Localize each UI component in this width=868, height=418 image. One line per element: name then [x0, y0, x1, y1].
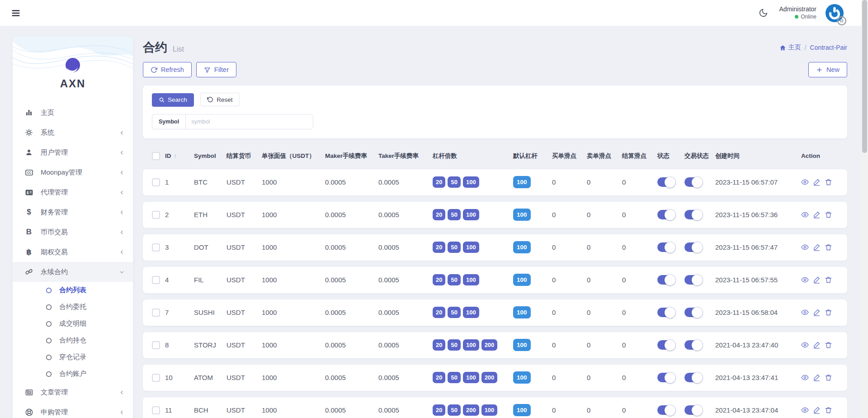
trade-status-toggle[interactable] — [684, 340, 701, 350]
sidebar-item-perpetual-contract[interactable]: 永续合约 — [13, 262, 133, 282]
sidebar: AXN 主页系统用户管理CCMoonpay管理代理管理$财务管理B币币交易฿期权… — [13, 37, 133, 418]
trade-status-toggle[interactable] — [684, 177, 701, 187]
leverage-badge: 50 — [448, 339, 460, 351]
row-checkbox[interactable] — [152, 341, 160, 349]
sidebar-item-spot-trade[interactable]: B币币交易 — [13, 222, 133, 242]
status-toggle[interactable] — [657, 210, 674, 219]
breadcrumb-home[interactable]: 主页 — [779, 43, 801, 52]
breadcrumb-current[interactable]: Contract-Pair — [810, 44, 847, 51]
sidebar-item-options-trade[interactable]: ฿期权交易 — [13, 242, 133, 262]
sidebar-item-finance-management[interactable]: $财务管理 — [13, 202, 133, 222]
symbol-input[interactable] — [186, 114, 313, 129]
row-checkbox[interactable] — [152, 309, 160, 317]
sidebar-subitem-contract-orders[interactable]: 合约委托 — [13, 299, 133, 315]
edit-icon[interactable] — [813, 374, 821, 381]
row-checkbox[interactable] — [152, 178, 160, 186]
cell-sell-slippage: 0 — [583, 309, 618, 316]
sidebar-item-label: Moonpay管理 — [41, 168, 119, 177]
select-all-checkbox[interactable] — [152, 152, 160, 160]
trash-icon[interactable] — [825, 406, 832, 414]
search-icon — [159, 97, 165, 103]
trash-icon[interactable] — [825, 374, 832, 381]
trash-icon[interactable] — [825, 309, 832, 316]
trash-icon[interactable] — [825, 276, 832, 284]
trash-icon[interactable] — [825, 243, 832, 251]
edit-icon[interactable] — [813, 178, 821, 186]
logo: AXN — [13, 37, 133, 90]
eye-icon[interactable] — [801, 374, 809, 381]
sidebar-menu: 主页系统用户管理CCMoonpay管理代理管理$财务管理B币币交易฿期权交易永续… — [13, 103, 133, 418]
eye-icon[interactable] — [801, 178, 809, 186]
trade-status-toggle[interactable] — [684, 373, 701, 382]
eye-icon[interactable] — [801, 211, 809, 218]
scrollbar-thumb[interactable] — [862, 0, 867, 153]
row-checkbox[interactable] — [152, 211, 160, 219]
edit-icon[interactable] — [813, 211, 821, 218]
edit-icon[interactable] — [813, 309, 821, 316]
trash-icon[interactable] — [825, 178, 832, 186]
default-leverage-badge: 100 — [513, 404, 531, 416]
cell-symbol: FIL — [190, 276, 223, 284]
status-toggle[interactable] — [657, 373, 674, 382]
sidebar-item-system[interactable]: 系统 — [13, 123, 133, 142]
trade-status-toggle[interactable] — [684, 308, 701, 317]
trade-status-toggle[interactable] — [684, 210, 701, 219]
eye-icon[interactable] — [801, 309, 809, 316]
sidebar-item-subscription-management[interactable]: 申购管理 — [13, 402, 133, 418]
edit-icon[interactable] — [813, 276, 821, 284]
status-toggle[interactable] — [657, 308, 674, 317]
new-button[interactable]: New — [808, 62, 847, 77]
sidebar-item-user-management[interactable]: 用户管理 — [13, 142, 133, 162]
trade-status-toggle[interactable] — [684, 405, 701, 415]
sidebar-item-agent-management[interactable]: 代理管理 — [13, 182, 133, 202]
status-toggle[interactable] — [657, 340, 674, 350]
eye-icon[interactable] — [801, 243, 809, 251]
column-header[interactable]: ID↑ — [161, 152, 190, 159]
row-checkbox[interactable] — [152, 276, 160, 284]
sidebar-item-article-management[interactable]: 文章管理 — [13, 382, 133, 402]
eye-icon[interactable] — [801, 406, 809, 414]
trade-status-toggle[interactable] — [684, 242, 701, 252]
row-checkbox[interactable] — [152, 243, 160, 252]
status-toggle[interactable] — [657, 177, 674, 187]
hamburger-icon[interactable] — [8, 5, 24, 21]
cell-sell-slippage: 0 — [583, 341, 618, 349]
sidebar-item-home[interactable]: 主页 — [13, 103, 133, 123]
column-header: 结算滑点 — [618, 152, 654, 160]
trade-status-toggle[interactable] — [684, 275, 701, 285]
row-actions — [797, 243, 847, 251]
chevron-left-icon — [119, 249, 125, 255]
eye-icon[interactable] — [801, 276, 809, 284]
sidebar-subitem-contract-positions[interactable]: 合约持仓 — [13, 332, 133, 349]
sidebar-subitem-contract-accounts[interactable]: 合约账户 — [13, 366, 133, 382]
row-checkbox[interactable] — [152, 406, 160, 414]
cell-maker-fee: 0.0005 — [321, 406, 375, 414]
status-toggle[interactable] — [657, 242, 674, 252]
bar-chart-icon — [24, 108, 33, 117]
status-toggle[interactable] — [657, 405, 674, 415]
cell-taker-fee: 0.0005 — [375, 406, 429, 414]
cell-symbol: DOT — [190, 243, 223, 251]
avatar[interactable]: R — [825, 3, 844, 23]
row-checkbox[interactable] — [152, 374, 160, 382]
sidebar-subitem-contract-list[interactable]: 合约列表 — [13, 282, 133, 299]
sidebar-subitem-trade-details[interactable]: 成交明细 — [13, 315, 133, 332]
eye-icon[interactable] — [801, 341, 809, 349]
sidebar-subitem-label: 合约列表 — [59, 286, 86, 294]
sidebar-item-label: 主页 — [41, 109, 125, 117]
cell-leverage: 2050100 — [433, 242, 479, 253]
cell-sell-slippage: 0 — [583, 374, 618, 381]
edit-icon[interactable] — [813, 341, 821, 349]
moon-icon[interactable] — [756, 5, 771, 21]
reset-button[interactable]: Reset — [200, 93, 239, 106]
sidebar-subitem-liquidation-records[interactable]: 穿仓记录 — [13, 349, 133, 366]
trash-icon[interactable] — [825, 211, 832, 218]
edit-icon[interactable] — [813, 406, 821, 414]
sidebar-item-moonpay[interactable]: CCMoonpay管理 — [13, 162, 133, 182]
edit-icon[interactable] — [813, 243, 821, 251]
trash-icon[interactable] — [825, 341, 832, 349]
refresh-button[interactable]: Refresh — [143, 62, 192, 77]
filter-button[interactable]: Filter — [196, 62, 236, 77]
status-toggle[interactable] — [657, 275, 674, 285]
search-button[interactable]: Search — [152, 93, 194, 107]
